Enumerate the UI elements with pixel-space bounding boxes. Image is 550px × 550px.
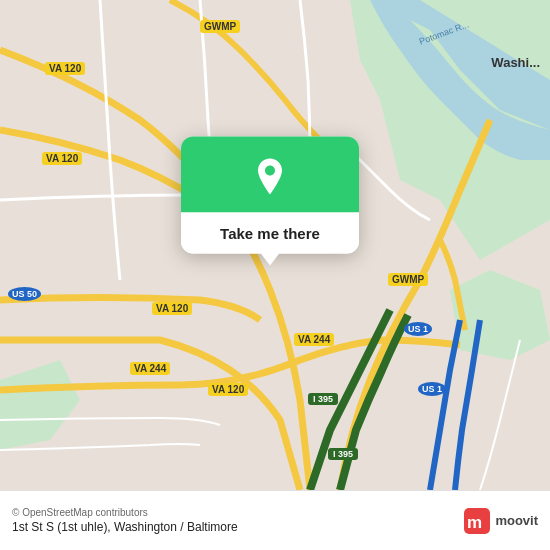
take-me-there-button[interactable]: Take me there [181,213,359,254]
road-label-us50: US 50 [8,287,41,301]
road-label-us1-1: US 1 [404,322,432,336]
location-name: 1st St S (1st uhle), Washington / Baltim… [12,520,238,534]
road-label-va244-1: VA 244 [130,362,170,375]
svg-text:m: m [467,513,482,532]
road-label-i395-2: I 395 [328,448,358,460]
road-label-va120-4: VA 120 [208,383,248,396]
road-label-i395-1: I 395 [308,393,338,405]
popup-card: Take me there [181,137,359,254]
map-container: VA 120 VA 120 VA 120 VA 120 VA 110 VA 24… [0,0,550,490]
osm-credit: © OpenStreetMap contributors [12,507,238,518]
road-label-va120-3: VA 120 [152,302,192,315]
road-label-gwmp-1: GWMP [200,20,240,33]
road-label-va244-2: VA 244 [294,333,334,346]
popup-tail [260,253,280,266]
location-label-bar: © OpenStreetMap contributors 1st St S (1… [0,490,550,550]
popup-green-area [181,137,359,213]
road-label-va120-1: VA 120 [45,62,85,75]
moovit-branding: m moovit [464,508,538,534]
road-label-us1-2: US 1 [418,382,446,396]
moovit-brand-text: moovit [495,513,538,528]
location-pin-icon [248,155,292,199]
road-label-va120-2: VA 120 [42,152,82,165]
moovit-brand-icon: m [464,508,490,534]
washington-label: Washi... [491,55,540,70]
road-label-gwmp-2: GWMP [388,273,428,286]
